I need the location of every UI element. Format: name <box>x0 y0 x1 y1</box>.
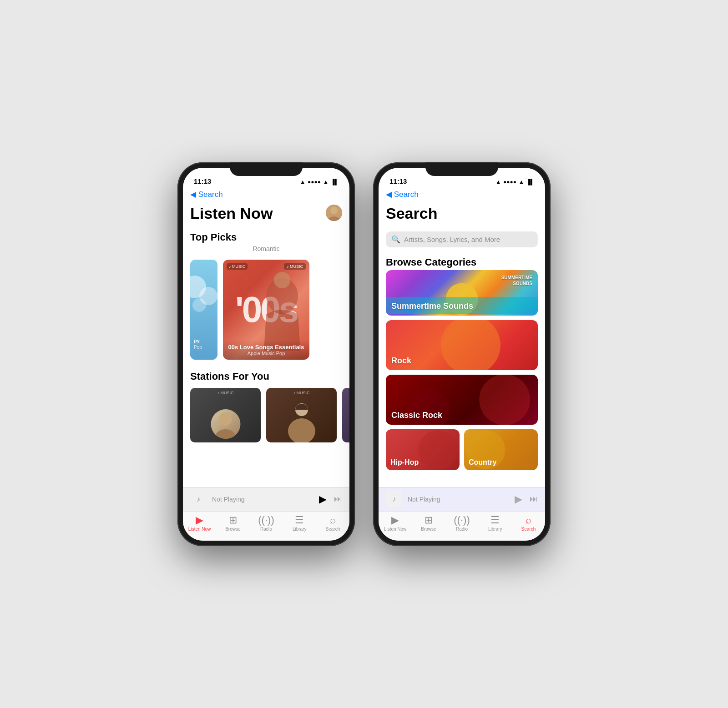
mini-player-icon-2: ♪ <box>386 491 402 507</box>
tab-label-browse-2: Browse <box>421 527 436 532</box>
phone-2: 11:13 ▲ ●●●● ▲ ▐▌ ◀ Search Search 🔍 Arti… <box>373 162 551 546</box>
notch-2 <box>425 162 498 176</box>
back-nav-1[interactable]: ◀ Search <box>183 188 349 201</box>
rock-label: Rock <box>391 356 411 366</box>
signal-icon: ●●●● <box>308 179 321 185</box>
tab-label-listen-2: Listen Now <box>384 527 406 532</box>
tab-label-library-1: Library <box>293 527 307 532</box>
section-stations: Stations For You <box>183 367 349 384</box>
svg-point-5 <box>192 298 206 312</box>
stations-scroll[interactable]: ♪ MUSIC ♪ MUSIC <box>183 384 349 450</box>
search-placeholder: Artists, Songs, Lyrics, and More <box>404 236 500 243</box>
partial-sublabel: Pop <box>194 345 202 350</box>
station-card-3[interactable] <box>342 388 349 442</box>
wifi-icon: ▲ <box>323 179 329 185</box>
search-bar-icon: 🔍 <box>391 235 400 244</box>
station-card-1[interactable]: ♪ MUSIC <box>190 388 261 442</box>
skip-button-2[interactable]: ⏭ <box>530 494 538 504</box>
tab-icon-browse-2: ⊞ <box>425 515 433 525</box>
tab-browse-1[interactable]: ⊞ Browse <box>216 515 249 532</box>
category-summertime[interactable]: SUMMERTIMESOUNDS Summertime Sounds <box>386 270 538 316</box>
mini-player-2[interactable]: ♪ Not Playing ▶ ⏭ <box>379 487 545 511</box>
tab-icon-browse-1: ⊞ <box>229 515 237 525</box>
mini-player-text-2: Not Playing <box>408 496 509 503</box>
tab-listen-now-2[interactable]: ▶ Listen Now <box>379 515 412 532</box>
mini-player-text-1: Not Playing <box>212 496 313 503</box>
pick-card-oos[interactable]: ♪ MUSIC ♪ MUSIC '00s 00s Love Songs Esse… <box>223 260 309 360</box>
mini-player-icon-1: ♪ <box>190 491 207 507</box>
skip-button-1[interactable]: ⏭ <box>334 494 342 504</box>
tab-icon-listen-1: ▶ <box>196 515 203 525</box>
location-icon: ▲ <box>300 179 305 185</box>
category-rock[interactable]: Rock <box>386 320 538 370</box>
station-card-2[interactable]: ♪ MUSIC <box>266 388 337 442</box>
tab-label-radio-1: Radio <box>260 527 272 532</box>
page-title-1: Listen Now <box>183 201 320 228</box>
summertime-label: Summertime Sounds <box>391 301 473 311</box>
category-country[interactable]: Country <box>464 429 538 470</box>
oos-overlay: 00s Love Songs Essentials Apple Music Po… <box>223 340 309 360</box>
tab-label-search-2: Search <box>521 527 536 532</box>
back-nav-2[interactable]: ◀ Search <box>379 188 545 201</box>
category-hiphop[interactable]: Hip-Hop <box>386 429 460 470</box>
search-bar[interactable]: 🔍 Artists, Songs, Lyrics, and More <box>386 231 538 247</box>
tab-label-browse-1: Browse <box>225 527 240 532</box>
tab-icon-radio-2: ((·)) <box>454 515 470 525</box>
phone-1: 11:13 ▲ ●●●● ▲ ▐▌ ◀ Search Listen Now <box>177 162 355 546</box>
tab-library-1[interactable]: ☰ Library <box>283 515 316 532</box>
tab-search-1[interactable]: ⌕ Search <box>316 515 349 532</box>
classic-rock-label: Classic Rock <box>391 411 442 420</box>
section-browse: Browse Categories <box>379 253 545 270</box>
mini-player-controls-2: ▶ ⏭ <box>515 493 538 505</box>
small-cards-row: Hip-Hop Country <box>386 429 538 470</box>
svg-point-9 <box>215 429 235 439</box>
tab-icon-listen-2: ▶ <box>391 515 399 525</box>
hiphop-label: Hip-Hop <box>390 458 419 467</box>
screen-content-2[interactable]: Search 🔍 Artists, Songs, Lyrics, and Mor… <box>379 201 545 487</box>
svg-point-8 <box>219 413 232 426</box>
tab-icon-library-2: ☰ <box>490 515 500 525</box>
partial-label: py <box>194 338 200 343</box>
user-avatar[interactable] <box>326 205 342 221</box>
country-label: Country <box>469 458 496 467</box>
category-classic-rock[interactable]: Classic Rock <box>386 375 538 425</box>
tab-browse-2[interactable]: ⊞ Browse <box>412 515 445 532</box>
tab-icon-library-1: ☰ <box>295 515 304 525</box>
mini-player-1[interactable]: ♪ Not Playing ▶ ⏭ <box>183 487 349 511</box>
partial-card[interactable]: ♪ MUSIC py Pop <box>190 260 217 360</box>
station-badge-2: ♪ MUSIC <box>266 391 337 395</box>
svg-point-14 <box>441 320 500 370</box>
screen-content-1[interactable]: Listen Now Top Picks Romantic ♪ MUSIC <box>183 201 349 487</box>
tab-label-radio-2: Radio <box>456 527 468 532</box>
play-button-2[interactable]: ▶ <box>515 493 522 505</box>
tab-icon-radio-1: ((·)) <box>258 515 274 525</box>
status-time-1: 11:13 <box>194 177 211 185</box>
tab-icon-search-2: ⌕ <box>526 515 531 525</box>
svg-point-15 <box>479 375 530 425</box>
svg-point-1 <box>330 207 338 214</box>
search-bar-container[interactable]: 🔍 Artists, Songs, Lyrics, and More <box>379 228 545 253</box>
tab-radio-1[interactable]: ((·)) Radio <box>249 515 283 532</box>
svg-point-7 <box>274 272 290 288</box>
play-button-1[interactable]: ▶ <box>319 493 327 505</box>
tab-radio-2[interactable]: ((·)) Radio <box>445 515 478 532</box>
cards-scroll[interactable]: ♪ MUSIC py Pop ♪ MUSIC ♪ MUSIC <box>183 256 349 367</box>
tab-label-listen-1: Listen Now <box>188 527 211 532</box>
battery-icon-2: ▐▌ <box>526 179 534 185</box>
svg-point-11 <box>288 418 315 442</box>
wifi-icon-2: ▲ <box>519 179 524 185</box>
section-top-picks: Top Picks <box>183 228 349 245</box>
sublabel-romantic: Romantic <box>183 245 349 256</box>
oos-title: 00s Love Songs Essentials <box>227 344 306 351</box>
tab-library-2[interactable]: ☰ Library <box>479 515 512 532</box>
location-icon-2: ▲ <box>495 179 501 185</box>
tab-search-2[interactable]: ⌕ Search <box>512 515 545 532</box>
battery-icon: ▐▌ <box>331 179 339 185</box>
tab-label-search-1: Search <box>326 527 340 532</box>
page-title-2: Search <box>379 201 545 228</box>
mini-player-controls-1: ▶ ⏭ <box>319 493 342 505</box>
tab-icon-search-1: ⌕ <box>330 515 336 525</box>
tab-listen-now-1[interactable]: ▶ Listen Now <box>183 515 216 532</box>
tab-label-library-2: Library <box>488 527 502 532</box>
tab-bar-2: ▶ Listen Now ⊞ Browse ((·)) Radio ☰ Libr… <box>379 511 545 541</box>
